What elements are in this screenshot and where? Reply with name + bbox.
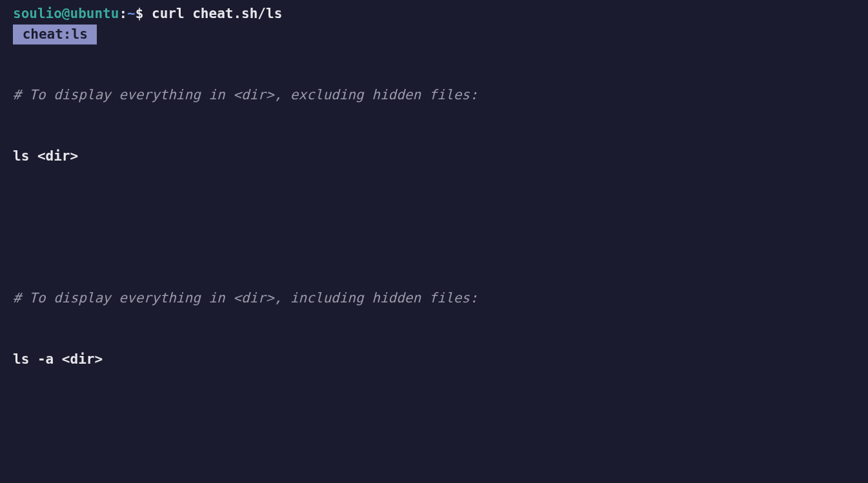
prompt-line: soulio@ubuntu:~$ curl cheat.sh/ls [13,4,855,25]
terminal[interactable]: soulio@ubuntu:~$ curl cheat.sh/ls cheat:… [13,4,855,483]
cheat-header-line: cheat:ls [13,25,855,45]
comment-line: # To display everything in <dir>, exclud… [13,85,855,106]
blank-line [13,410,855,431]
cheat-header: cheat:ls [13,25,97,45]
prompt-colon: : [119,4,127,25]
blank-line [13,207,855,228]
code-line: ls -a <dir> [13,350,855,370]
command-text: curl cheat.sh/ls [143,4,282,25]
comment-line: # To display everything in <dir>, includ… [13,288,855,309]
prompt-symbol: $ [136,4,144,25]
output-block: # To display everything in <dir>, exclud… [13,44,855,483]
prompt-path: ~ [127,4,136,25]
prompt-user-host: soulio@ubuntu [13,4,119,25]
code-line: ls <dir> [13,146,855,167]
